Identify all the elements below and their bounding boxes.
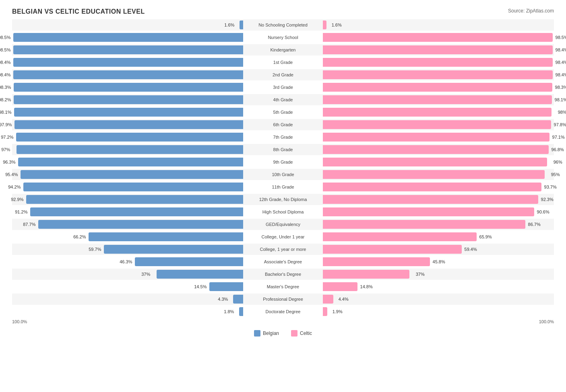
value-left: 66.2% [73,234,86,239]
left-section: 1.8% [12,307,243,316]
right-section: 92.3% [323,195,554,204]
bar-right: 97.8% [323,120,551,129]
table-row: 96.3%9th Grade96% [12,156,554,168]
value-left: 14.5% [194,284,207,289]
category-label: Nursery School [243,35,323,40]
left-section: 46.3% [12,257,243,266]
category-label: Master's Degree [243,284,323,289]
source-label: Source: ZipAtlas.com [508,8,554,14]
table-row: 98.3%3rd Grade98.3% [12,82,554,93]
value-right: 97.1% [552,135,565,140]
value-left: 98.1% [0,110,11,115]
bar-right: 37% [323,270,409,279]
category-label: Associate's Degree [243,259,323,264]
value-left: 1.8% [224,309,234,314]
bar-left: 91.2% [30,207,243,216]
bar-right: 1.9% [323,307,327,316]
value-left: 1.6% [224,23,234,27]
value-right: 98.3% [555,85,566,90]
left-section: 98.1% [12,108,243,117]
left-section: 98.3% [12,83,243,92]
bar-left: 59.7% [104,245,243,254]
category-label: College, Under 1 year [243,234,323,239]
right-section: 4.4% [323,295,554,304]
legend-celtic-box [291,330,297,337]
table-row: 98.5%Nursery School98.5% [12,32,554,43]
value-right: 98.4% [556,60,566,65]
right-section: 98.4% [323,70,554,79]
bar-right: 93.7% [323,183,541,191]
right-section: 98.5% [323,33,554,42]
value-left: 91.2% [15,209,27,214]
left-section: 66.2% [12,232,243,241]
category-label: GED/Equivalency [243,222,323,227]
right-section: 96.8% [323,145,554,154]
table-row: 97%8th Grade96.8% [12,144,554,155]
value-right: 98.5% [556,35,566,40]
bar-left: 95.4% [21,170,243,179]
value-right: 96.8% [552,147,564,152]
bar-right: 98.5% [323,33,553,42]
legend-celtic: Celtic [291,330,312,337]
table-row: 98.4%1st Grade98.4% [12,57,554,68]
value-left: 97.9% [0,122,12,127]
left-section: 14.5% [12,282,243,291]
bar-right: 98.4% [323,45,553,54]
value-left: 98.4% [0,72,10,77]
bar-left: 98.2% [14,95,243,104]
right-section: 96% [323,158,554,166]
bottom-label-right: 100.0% [539,319,554,324]
bar-left: 98.5% [13,33,243,42]
table-row: 1.6%No Schooling Completed1.6% [12,19,554,31]
left-section: 98.5% [12,45,243,54]
bar-right: 96.8% [323,145,549,154]
left-section: 94.2% [12,183,243,191]
category-label: 5th Grade [243,110,323,115]
chart-area: 1.6%No Schooling Completed1.6%98.5%Nurse… [12,19,554,317]
left-section: 97.2% [12,133,243,142]
legend-belgian-label: Belgian [263,330,279,336]
value-right: 98% [558,110,566,115]
table-row: 95.4%10th Grade95% [12,169,554,180]
bar-right: 90.6% [323,207,534,216]
bar-left: 1.8% [239,307,243,316]
bar-right: 59.4% [323,245,462,254]
bar-right: 98% [323,108,552,117]
category-label: 10th Grade [243,172,323,177]
right-section: 45.8% [323,257,554,266]
bar-left: 87.7% [38,220,243,229]
bar-right: 98.1% [323,95,552,104]
value-left: 96.3% [3,160,15,164]
category-label: High School Diploma [243,209,323,214]
value-right: 1.9% [333,309,343,314]
legend: Belgian Celtic [12,330,554,337]
value-left: 98.5% [0,47,10,52]
table-row: 4.3%Professional Degree4.4% [12,293,554,305]
bar-right: 92.3% [323,195,538,204]
category-label: 12th Grade, No Diploma [243,197,323,202]
bar-right: 65.9% [323,232,477,241]
left-section: 98.4% [12,58,243,67]
bar-left: 98.3% [14,83,243,92]
value-left: 37% [141,272,150,277]
bar-right: 1.6% [323,21,326,29]
value-right: 14.8% [360,284,373,289]
category-label: 9th Grade [243,160,323,164]
value-left: 98.5% [0,35,10,40]
right-section: 98.4% [323,58,554,67]
table-row: 98.5%Kindergarten98.4% [12,44,554,55]
right-section: 93.7% [323,183,554,191]
category-label: Doctorate Degree [243,309,323,314]
value-left: 97% [1,147,10,152]
right-section: 14.8% [323,282,554,291]
category-label: College, 1 year or more [243,247,323,252]
bar-right: 97.1% [323,133,549,142]
bar-left: 94.2% [23,183,243,191]
right-section: 98.4% [323,45,554,54]
bar-left: 96.3% [18,158,243,166]
bar-left: 97.9% [14,120,243,129]
value-left: 95.4% [5,172,18,177]
bar-left: 97% [17,145,243,154]
right-section: 98.1% [323,95,554,104]
left-section: 87.7% [12,220,243,229]
